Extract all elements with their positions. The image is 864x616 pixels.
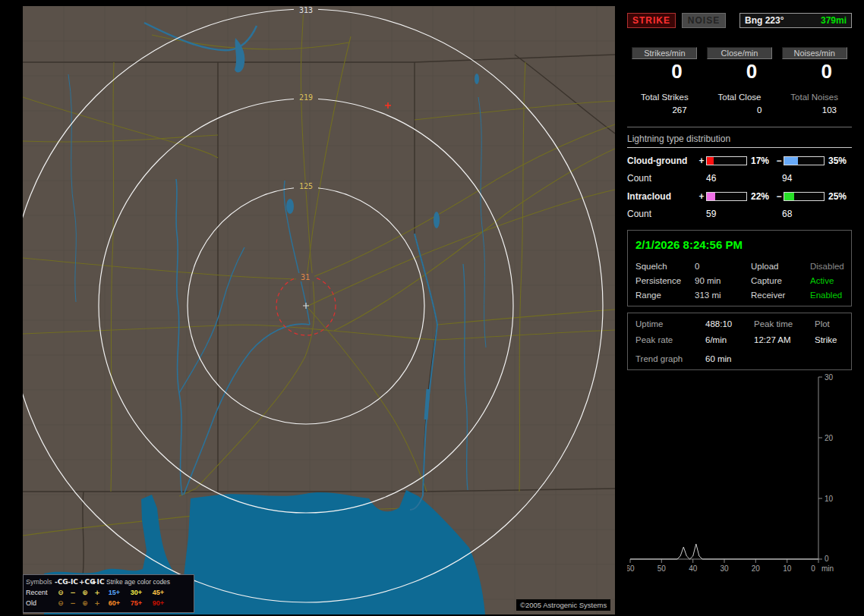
age-75-label: 75+: [125, 599, 147, 607]
ring-label-219: 219: [299, 93, 313, 102]
total-strikes-label: Total Strikes: [627, 93, 702, 102]
intracloud-count-row: Count 59 68: [627, 209, 852, 219]
noise-mode-button[interactable]: NOISE: [682, 13, 726, 28]
noises-per-min-value: 0: [777, 59, 852, 83]
trend-graph-window: 60 min: [705, 354, 844, 363]
cg-negative-count: 94: [782, 173, 852, 184]
uptime-value: 488:10: [705, 319, 754, 328]
x-tick-50: 50: [657, 564, 667, 573]
y-tick-20: 20: [825, 434, 834, 442]
rate-counters: Strikes/min 0 Close/min 0 Noises/min 0: [627, 47, 852, 83]
total-close-value: 0: [702, 105, 777, 115]
receiver-label: Receiver: [751, 291, 810, 300]
close-per-min-value: 0: [702, 59, 777, 83]
x-tick-60: 60: [627, 564, 635, 573]
legend-col-neg-ic: -IC: [67, 578, 79, 586]
range-value: 313 mi: [695, 291, 751, 300]
stats-panel: Uptime 488:10 Peak time Plot Peak rate 6…: [627, 313, 852, 370]
cg-positive-count: 46: [706, 173, 782, 184]
trend-graph-label: Trend graph: [635, 354, 705, 363]
close-per-min-chip: Close/min: [707, 47, 772, 59]
status-panel: 2/1/2026 8:24:56 PM Squelch 0 Upload Dis…: [627, 230, 852, 306]
age-30-label: 30+: [125, 589, 147, 596]
ic-positive-bar: [706, 192, 747, 201]
strikes-per-min-value: 0: [627, 59, 702, 83]
cg-positive-bar: [706, 156, 747, 165]
ring-label-313: 313: [299, 6, 313, 14]
legend-symbols-label: Symbols: [26, 578, 55, 586]
pos-cg-symbol-old: ⊕: [79, 599, 91, 607]
pos-cg-symbol-recent: ⊕: [79, 589, 91, 596]
datetime-display: 2/1/2026 8:24:56 PM: [635, 238, 844, 251]
cloud-ground-count-row: Count 46 94: [627, 173, 852, 184]
cg-count-label: Count: [627, 173, 706, 184]
neg-cg-symbol-old: ⊖: [55, 599, 67, 607]
total-close-label: Total Close: [702, 93, 777, 102]
x-tick-30: 30: [720, 564, 729, 573]
minus-sign: −: [774, 156, 784, 166]
legend-col-pos-ic: +IC: [91, 578, 103, 586]
ic-negative-count: 68: [782, 209, 852, 219]
x-tick-10: 10: [783, 564, 792, 573]
plot-label: Plot: [815, 319, 844, 328]
y-tick-30: 30: [825, 373, 834, 382]
cg-negative-percent: 35%: [825, 156, 852, 166]
intracloud-label: Intracloud: [627, 191, 697, 202]
cloud-ground-row: Cloud-ground + 17% − 35%: [627, 156, 852, 166]
capture-status: Active: [810, 276, 844, 285]
bearing-value: Bng 223°: [745, 15, 784, 26]
distribution-title: Lightning type distribution: [627, 134, 852, 148]
age-60-label: 60+: [103, 599, 125, 607]
plus-sign: +: [697, 191, 706, 202]
upload-label: Upload: [751, 262, 810, 271]
divider: [627, 127, 852, 127]
cloud-ground-label: Cloud-ground: [627, 156, 697, 166]
legend-old-label: Old: [26, 599, 55, 607]
x-axis-unit: min: [821, 564, 834, 573]
trend-graph: 30 20 10 0 60 50 40 30 20 10 0 min: [627, 373, 852, 580]
sidebar: STRIKE NOISE Bng 223° 379mi Strikes/min …: [621, 6, 858, 613]
lightning-map[interactable]: 313 219 125 31 Symbols -CG -IC +CG: [23, 6, 615, 614]
age-90-label: 90+: [147, 599, 169, 607]
squelch-label: Squelch: [635, 262, 695, 271]
uptime-label: Uptime: [635, 319, 705, 328]
mode-button-row: STRIKE NOISE Bng 223° 379mi: [627, 12, 852, 29]
pos-ic-symbol-recent: +: [91, 589, 103, 596]
capture-label: Capture: [751, 276, 810, 285]
age-45-label: 45+: [147, 589, 169, 596]
total-noises-label: Total Noises: [777, 93, 852, 102]
squelch-value: 0: [695, 262, 751, 271]
bearing-indicator: Bng 223° 379mi: [739, 13, 852, 28]
upload-status: Disabled: [810, 262, 844, 271]
ring-label-31: 31: [301, 273, 310, 281]
totals-row: Total Strikes 267 Total Close 0 Total No…: [627, 93, 852, 115]
total-strikes-value: 267: [627, 105, 702, 115]
map-canvas: 313 219 125 31: [23, 6, 615, 614]
cg-negative-bar: [784, 156, 825, 165]
ring-label-125: 125: [299, 182, 313, 190]
noises-per-min-chip: Noises/min: [782, 47, 847, 59]
legend-age-title: Strike age color codes: [103, 578, 191, 586]
age-15-label: 15+: [103, 589, 125, 596]
persistence-value: 90 min: [695, 276, 751, 285]
plus-sign: +: [697, 156, 706, 166]
persistence-label: Persistence: [635, 276, 695, 285]
strike-mode-button[interactable]: STRIKE: [627, 13, 676, 28]
strikes-per-min-chip: Strikes/min: [632, 47, 697, 59]
neg-ic-symbol-old: −: [67, 599, 79, 607]
ic-count-label: Count: [627, 209, 706, 219]
peak-time-value: 12:27 AM: [754, 335, 815, 344]
map-legend: Symbols -CG -IC +CG +IC Strike age color…: [23, 574, 194, 613]
strike-rate-line: [630, 544, 818, 559]
plot-value: Strike: [815, 335, 844, 344]
y-tick-10: 10: [825, 495, 834, 503]
neg-cg-symbol-recent: ⊖: [55, 589, 67, 596]
nexstorm-app-window: 313 219 125 31 Symbols -CG -IC +CG: [0, 0, 864, 616]
peak-time-label: Peak time: [754, 319, 815, 328]
neg-ic-symbol-recent: −: [67, 589, 79, 596]
ic-positive-count: 59: [706, 209, 782, 219]
ic-positive-percent: 22%: [747, 191, 774, 202]
x-tick-40: 40: [689, 564, 698, 573]
ic-negative-bar: [784, 192, 825, 201]
copyright-notice: ©2005 Astrogenic Systems: [516, 599, 610, 611]
